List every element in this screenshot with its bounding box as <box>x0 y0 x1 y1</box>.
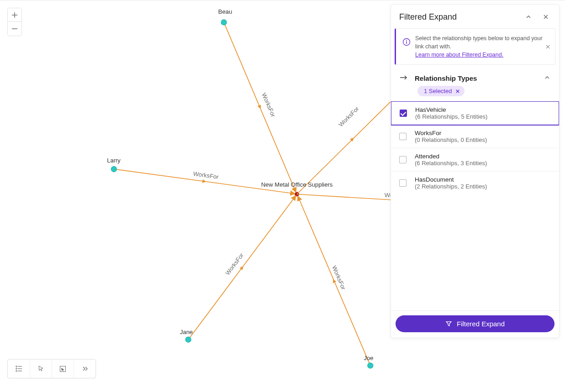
edge-label-jane: WorksFor <box>224 251 245 276</box>
node-joe[interactable] <box>368 363 373 368</box>
svg-point-6 <box>16 366 17 367</box>
relationship-checkbox[interactable] <box>399 133 407 140</box>
dismiss-info-button[interactable] <box>544 43 551 50</box>
filtered-expand-panel: Filtered Expand Select the relationship … <box>391 4 560 338</box>
relationship-name: HasVehicle <box>415 106 487 113</box>
collapse-panel-button[interactable] <box>523 12 533 22</box>
relationship-labels: WorksFor(0 Relationships, 0 Entities) <box>415 130 487 143</box>
node-label-jane: Jane <box>180 329 193 335</box>
pointer-mode-button[interactable] <box>30 360 52 378</box>
zoom-controls <box>7 8 22 36</box>
bottom-toolbar <box>7 359 96 378</box>
node-jane[interactable] <box>185 337 191 342</box>
edge-label-joe: WorksFor <box>331 265 347 291</box>
panel-title: Filtered Expand <box>399 12 516 22</box>
legend-icon <box>15 365 22 372</box>
zoom-out-button[interactable] <box>8 22 21 36</box>
zoom-in-button[interactable] <box>8 8 21 22</box>
more-tools-button[interactable] <box>74 360 95 378</box>
node-label-beau: Beau <box>218 8 232 15</box>
learn-more-link[interactable]: Learn more about Filtered Expand. <box>415 52 503 58</box>
pointer-icon <box>38 366 44 372</box>
selection-count-pill: 1 Selected <box>417 86 465 96</box>
svg-point-10 <box>16 371 17 372</box>
relationship-name: Attended <box>415 153 487 160</box>
filtered-expand-button-label: Filtered Expand <box>457 320 505 328</box>
svg-line-5 <box>298 196 370 366</box>
legend-button[interactable] <box>8 360 30 378</box>
node-label-larry: Larry <box>107 157 121 164</box>
relationship-checkbox[interactable] <box>399 156 407 163</box>
svg-line-0 <box>224 22 296 193</box>
relationship-name: WorksFor <box>415 130 487 136</box>
panel-spacer <box>391 192 559 310</box>
relationship-type-item[interactable]: WorksFor(0 Relationships, 0 Entities) <box>391 125 559 148</box>
relationship-type-item[interactable]: HasVehicle(6 Relationships, 5 Entities) <box>391 101 559 125</box>
relationship-type-list: HasVehicle(6 Relationships, 5 Entities)W… <box>391 101 559 192</box>
relationship-labels: HasVehicle(6 Relationships, 5 Entities) <box>415 106 487 120</box>
relationship-types-header: Relationship Types <box>391 68 559 84</box>
clear-selection-button[interactable] <box>455 89 460 94</box>
node-beau[interactable] <box>221 20 227 25</box>
relationship-type-item[interactable]: Attended(6 Relationships, 3 Entities) <box>391 148 559 172</box>
selection-summary-row: 1 Selected <box>391 84 559 101</box>
info-banner: Select the relationship types below to e… <box>395 28 555 65</box>
relationship-checkbox[interactable] <box>400 110 407 117</box>
selection-count-label: 1 Selected <box>424 88 452 94</box>
collapse-section-button[interactable] <box>544 74 550 82</box>
close-icon <box>545 44 550 49</box>
relationship-checkbox[interactable] <box>399 179 407 187</box>
relationship-detail: (6 Relationships, 5 Entities) <box>415 113 487 120</box>
edge-label-larry: WorksFor <box>193 170 219 181</box>
svg-rect-15 <box>406 42 407 44</box>
arrow-right-icon <box>400 74 407 82</box>
chevron-double-right-icon <box>82 366 88 372</box>
svg-line-4 <box>188 196 296 340</box>
close-icon <box>543 14 549 20</box>
close-panel-button[interactable] <box>541 12 551 22</box>
info-text: Select the relationship types below to e… <box>415 34 549 59</box>
section-title: Relationship Types <box>415 74 537 82</box>
node-larry[interactable] <box>111 167 116 172</box>
relationship-detail: (2 Relationships, 2 Entities) <box>415 183 487 190</box>
svg-rect-11 <box>18 371 22 371</box>
relationship-detail: (0 Relationships, 0 Entities) <box>415 136 487 143</box>
chevron-up-icon <box>526 14 531 20</box>
select-mode-button[interactable] <box>52 360 74 378</box>
panel-header: Filtered Expand <box>391 5 559 28</box>
relationship-labels: HasDocument(2 Relationships, 2 Entities) <box>415 176 487 190</box>
panel-footer: Filtered Expand <box>391 310 559 338</box>
select-box-icon <box>59 366 66 372</box>
svg-rect-9 <box>18 368 22 369</box>
node-label-center: New Metal Office Suppliers <box>261 181 333 188</box>
relationship-labels: Attended(6 Relationships, 3 Entities) <box>415 153 487 167</box>
filter-icon <box>445 320 452 327</box>
minus-icon <box>12 26 17 31</box>
filtered-expand-button[interactable]: Filtered Expand <box>396 315 554 332</box>
chevron-up-icon <box>544 75 550 80</box>
svg-rect-7 <box>18 366 22 366</box>
relationship-type-item[interactable]: HasDocument(2 Relationships, 2 Entities) <box>391 172 559 192</box>
plus-icon <box>12 12 17 18</box>
svg-point-14 <box>406 40 407 41</box>
info-icon <box>402 38 411 46</box>
node-label-joe: Joe <box>364 355 374 361</box>
close-icon <box>455 89 460 94</box>
relationship-detail: (6 Relationships, 3 Entities) <box>415 160 487 167</box>
relationship-name: HasDocument <box>415 176 487 183</box>
svg-point-8 <box>16 368 17 370</box>
edge-label-tr: WorksFor <box>338 105 361 128</box>
